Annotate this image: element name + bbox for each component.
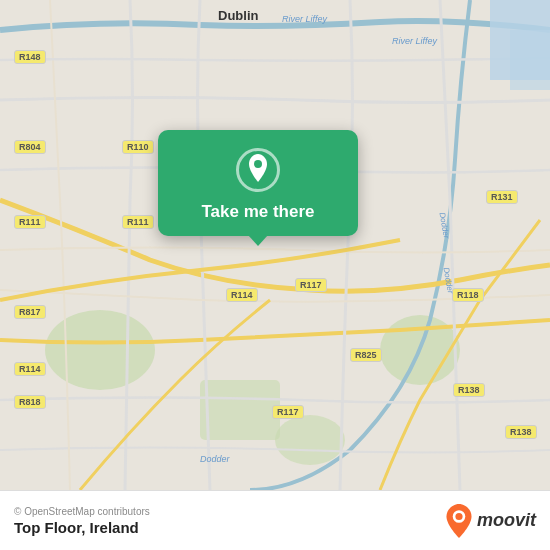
road-label-r817: R817 [14, 305, 46, 319]
road-label-r825: R825 [350, 348, 382, 362]
road-label-r804: R804 [14, 140, 46, 154]
water-label-dodder3: Dodder [200, 454, 230, 464]
road-label-r117a: R117 [295, 278, 327, 292]
road-label-r117b: R117 [272, 405, 304, 419]
svg-point-1 [45, 310, 155, 390]
svg-point-7 [254, 160, 262, 168]
take-me-there-popup[interactable]: Take me there [158, 130, 358, 236]
water-label-liffey1: River Liffey [282, 14, 327, 24]
road-label-r114b: R114 [14, 362, 46, 376]
svg-point-4 [275, 415, 345, 465]
road-label-r110: R110 [122, 140, 154, 154]
road-label-r111b: R111 [122, 215, 154, 229]
road-label-r118: R118 [452, 288, 484, 302]
moovit-pin-icon [445, 504, 473, 538]
road-label-r138a: R138 [453, 383, 485, 397]
take-me-there-label: Take me there [201, 202, 314, 222]
road-label-r114a: R114 [226, 288, 258, 302]
road-label-r111a: R111 [14, 215, 46, 229]
road-label-r818: R818 [14, 395, 46, 409]
attribution-text: © OpenStreetMap contributors [14, 506, 150, 517]
map-container: Dublin R148 R804 R111 R111 R110 R114 R11… [0, 0, 550, 490]
city-label: Dublin [218, 8, 258, 23]
bottom-left: © OpenStreetMap contributors Top Floor, … [14, 506, 150, 536]
road-label-r131: R131 [486, 190, 518, 204]
moovit-brand-text: moovit [477, 510, 536, 531]
road-label-r148: R148 [14, 50, 46, 64]
location-icon-circle [236, 148, 280, 192]
svg-rect-6 [510, 30, 550, 90]
location-pin-icon [247, 154, 269, 186]
bottom-bar: © OpenStreetMap contributors Top Floor, … [0, 490, 550, 550]
svg-rect-3 [200, 380, 280, 440]
location-name: Top Floor, Ireland [14, 519, 150, 536]
road-label-r138b: R138 [505, 425, 537, 439]
water-label-liffey2: River Liffey [392, 36, 437, 46]
moovit-logo: moovit [445, 504, 536, 538]
svg-point-9 [455, 512, 462, 519]
